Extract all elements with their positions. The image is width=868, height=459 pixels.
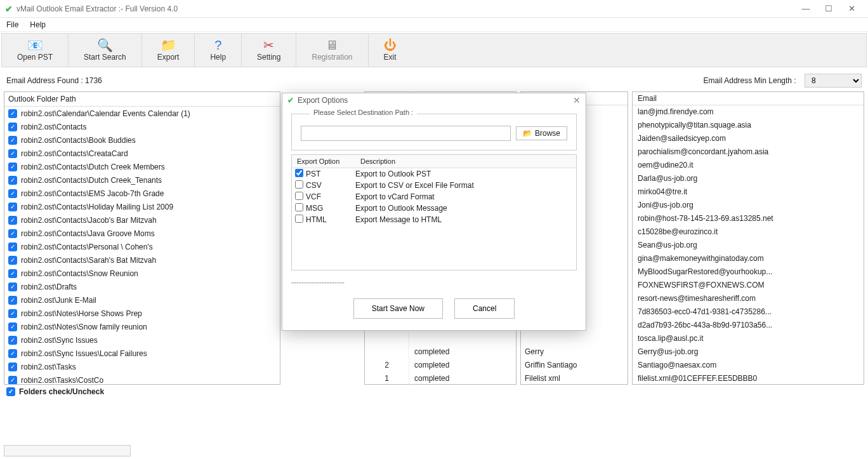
- folder-checkbox[interactable]: ✓: [8, 363, 17, 371]
- export-option-checkbox[interactable]: [295, 203, 303, 211]
- folder-path: robin2.ost\Notes\Horse Shows Prep: [21, 309, 142, 318]
- folder-row[interactable]: ✓robin2.ost\Contacts\Holiday Mailing Lis…: [4, 200, 280, 213]
- email-cell[interactable]: oem@udine20.it: [633, 159, 864, 172]
- exit-button[interactable]: ⏻ Exit: [369, 34, 412, 67]
- folder-checkbox[interactable]: ✓: [8, 323, 17, 331]
- folder-path: robin2.ost\Contacts\EMS Jacob-7th Grade: [21, 189, 164, 198]
- email-cell[interactable]: Santiago@naesax.com: [633, 359, 864, 372]
- folder-checkbox[interactable]: ✓: [8, 256, 17, 265]
- folder-row[interactable]: ✓robin2.ost\Notes\Horse Shows Prep: [4, 307, 280, 320]
- maximize-button[interactable]: ☐: [817, 4, 840, 13]
- folder-row[interactable]: ✓robin2.ost\Notes\Snow family reunion: [4, 320, 280, 333]
- check-all-checkbox[interactable]: ✓: [6, 387, 15, 396]
- folder-checkbox[interactable]: ✓: [8, 136, 17, 145]
- browse-button[interactable]: 📂 Browse: [516, 126, 567, 140]
- export-option-row[interactable]: CSVExport to CSV or Excel File Format: [292, 180, 576, 191]
- export-option-row[interactable]: VCFExport to vCard Format: [292, 191, 576, 203]
- email-cell[interactable]: MyBloodSugarRestored@yourhookup...: [633, 265, 864, 279]
- email-cell[interactable]: mirko04@tre.it: [633, 185, 864, 199]
- folder-row[interactable]: ✓robin2.ost\Contacts\Dutch Creek Members: [4, 160, 280, 173]
- folder-row[interactable]: ✓robin2.ost\Contacts\EMS Jacob-7th Grade: [4, 187, 280, 200]
- folder-checkbox[interactable]: ✓: [8, 163, 17, 171]
- folder-checkbox[interactable]: ✓: [8, 123, 17, 131]
- folder-row[interactable]: ✓robin2.ost\Contacts\Personal \ Cohen's: [4, 240, 280, 253]
- folder-checkbox[interactable]: ✓: [8, 283, 17, 291]
- help-button[interactable]: ? Help: [195, 34, 242, 67]
- email-header: Email: [633, 92, 864, 105]
- folder-checkbox[interactable]: ✓: [8, 189, 17, 198]
- email-cell[interactable]: Sean@us-job.org: [633, 239, 864, 252]
- folder-row[interactable]: ✓robin2.ost\Calendar\Calendar Events Cal…: [4, 107, 280, 120]
- separator: ---------------------: [291, 278, 577, 287]
- folder-row[interactable]: ✓robin2.ost\Contacts\CreataCard: [4, 147, 280, 160]
- folder-row[interactable]: ✓robin2.ost\Contacts: [4, 120, 280, 133]
- folder-checkbox[interactable]: ✓: [8, 176, 17, 185]
- check-all-row[interactable]: ✓ Folders check/Uncheck: [0, 385, 868, 399]
- export-option-checkbox[interactable]: [295, 169, 303, 177]
- registration-button[interactable]: 🖥 Registration: [296, 34, 368, 67]
- email-cell[interactable]: Jaiden@sailedsicyep.com: [633, 132, 864, 145]
- folder-row[interactable]: ✓robin2.ost\Contacts\Book Buddies: [4, 133, 280, 147]
- close-button[interactable]: ✕: [840, 4, 863, 13]
- folder-checkbox[interactable]: ✓: [8, 296, 17, 305]
- folder-checkbox[interactable]: ✓: [8, 203, 17, 211]
- folder-checkbox[interactable]: ✓: [8, 349, 17, 358]
- setting-button[interactable]: ✂ Setting: [242, 34, 296, 67]
- export-option-row[interactable]: HTMLExport Message to HTML: [292, 214, 576, 225]
- email-cell[interactable]: phenotypically@titan.squage.asia: [633, 119, 864, 132]
- folder-checkbox[interactable]: ✓: [8, 216, 17, 225]
- folder-row[interactable]: ✓robin2.ost\Contacts\Java Groove Moms: [4, 227, 280, 240]
- folder-checkbox[interactable]: ✓: [8, 269, 17, 278]
- email-cell[interactable]: gina@makemoneywithginatoday.com: [633, 252, 864, 265]
- folder-row[interactable]: ✓robin2.ost\Sync Issues\Local Failures: [4, 347, 280, 360]
- email-cell[interactable]: parochialism@concordant.jyahom.asia: [633, 145, 864, 159]
- folder-checkbox[interactable]: ✓: [8, 336, 17, 345]
- export-option-checkbox[interactable]: [295, 215, 303, 223]
- open-pst-button[interactable]: 📧 Open PST: [2, 34, 69, 67]
- export-options-dialog: ✔ Export Options ✕ Please Select Destina…: [282, 93, 586, 331]
- email-cell[interactable]: tosca.lip@ausl.pc.it: [633, 332, 864, 345]
- cancel-button[interactable]: Cancel: [454, 298, 515, 319]
- folder-checkbox[interactable]: ✓: [8, 149, 17, 158]
- export-button[interactable]: 📁 Export: [142, 34, 195, 67]
- export-option-checkbox[interactable]: [295, 192, 303, 200]
- folder-path: robin2.ost\Calendar\Calendar Events Cale…: [21, 109, 190, 118]
- folder-row[interactable]: ✓robin2.ost\Contacts\Jacob's Bar Mitzvah: [4, 213, 280, 227]
- dialog-close-button[interactable]: ✕: [573, 95, 581, 105]
- folder-row[interactable]: ✓robin2.ost\Junk E-Mail: [4, 293, 280, 307]
- export-option-row[interactable]: PSTExport to Outlook PST: [292, 168, 576, 180]
- menu-file[interactable]: File: [6, 20, 18, 29]
- email-cell[interactable]: Joni@us-job.org: [633, 199, 864, 212]
- email-cell[interactable]: Gerry@us-job.org: [633, 345, 864, 359]
- export-option-checkbox[interactable]: [295, 180, 303, 189]
- email-cell[interactable]: lan@jmd.firendye.com: [633, 105, 864, 119]
- minimize-button[interactable]: —: [794, 4, 817, 13]
- folder-row[interactable]: ✓robin2.ost\Contacts\Snow Reunion: [4, 267, 280, 280]
- email-cell[interactable]: Darla@us-job.org: [633, 172, 864, 185]
- menu-help[interactable]: Help: [30, 20, 46, 29]
- count-row: completed: [365, 345, 516, 359]
- email-cell[interactable]: 7d836503-ecc0-47d1-9381-c4735286...: [633, 305, 864, 319]
- folder-row[interactable]: ✓robin2.ost\Tasks\CostCo: [4, 373, 280, 385]
- folder-checkbox[interactable]: ✓: [8, 229, 17, 238]
- destination-path-input[interactable]: [301, 126, 511, 141]
- folder-row[interactable]: ✓robin2.ost\Contacts\Sarah's Bat Mitzvah: [4, 253, 280, 267]
- email-cell[interactable]: FOXNEWSFIRST@FOXNEWS.COM: [633, 279, 864, 292]
- folder-row[interactable]: ✓robin2.ost\Tasks: [4, 360, 280, 373]
- email-cell[interactable]: resort-news@timesharesheriff.com: [633, 292, 864, 305]
- start-save-button[interactable]: Start Save Now: [353, 298, 443, 319]
- minlen-select[interactable]: 8: [805, 74, 862, 88]
- folder-row[interactable]: ✓robin2.ost\Sync Issues: [4, 333, 280, 347]
- folder-checkbox[interactable]: ✓: [8, 376, 17, 385]
- email-cell[interactable]: robin@host-78-145-213-69.as13285.net: [633, 212, 864, 225]
- email-cell[interactable]: filelist.xml@01CEFFEF.EE5DBBB0: [633, 372, 864, 385]
- folder-row[interactable]: ✓robin2.ost\Drafts: [4, 280, 280, 293]
- export-option-row[interactable]: MSGExport to Outlook Message: [292, 203, 576, 214]
- start-search-button[interactable]: 🔍 Start Search: [69, 34, 142, 67]
- folder-checkbox[interactable]: ✓: [8, 309, 17, 318]
- folder-row[interactable]: ✓robin2.ost\Contacts\Dutch Creek_Tenants: [4, 173, 280, 187]
- folder-checkbox[interactable]: ✓: [8, 109, 17, 118]
- email-cell[interactable]: d2ad7b93-26bc-443a-8b9d-97103a56...: [633, 319, 864, 332]
- email-cell[interactable]: c15028be@eurozinco.it: [633, 225, 864, 239]
- folder-checkbox[interactable]: ✓: [8, 243, 17, 251]
